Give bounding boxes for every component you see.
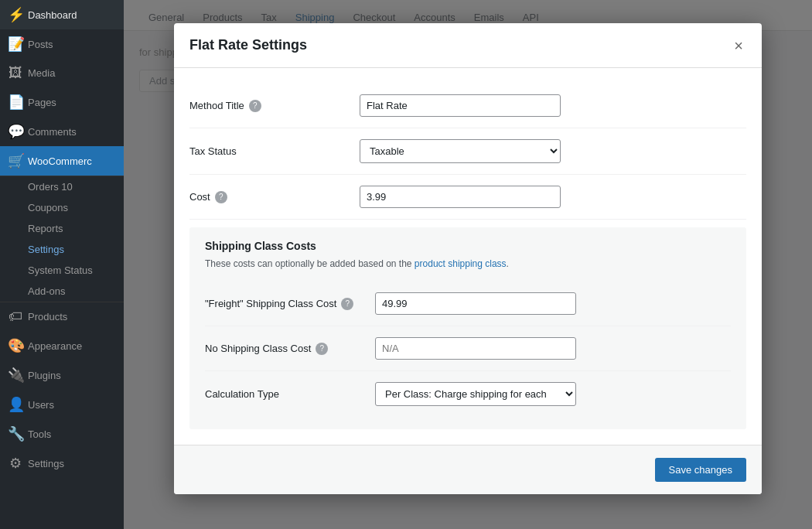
calculation-type-row: Calculation Type Per Class: Charge shipp… <box>205 371 731 417</box>
cost-input[interactable] <box>360 186 561 208</box>
sidebar-item-orders[interactable]: Orders 10 <box>0 176 124 197</box>
method-title-input[interactable] <box>360 94 561 117</box>
calculation-type-select[interactable]: Per Class: Charge shipping for each Per … <box>375 382 576 406</box>
product-shipping-class-link[interactable]: product shipping class <box>415 258 507 269</box>
tax-status-row: Tax Status Taxable None <box>189 128 746 175</box>
cost-row: Cost ? <box>189 175 746 220</box>
method-title-control <box>360 94 746 117</box>
sidebar-item-settings[interactable]: Settings <box>0 239 124 260</box>
method-title-help-icon[interactable]: ? <box>249 100 261 112</box>
pages-icon: 📄 <box>8 94 23 111</box>
freight-cost-input[interactable] <box>375 292 576 315</box>
main-content: General Products Tax Shipping Checkout A… <box>124 0 812 529</box>
sidebar-item-media[interactable]: 🖼 Media <box>0 59 124 87</box>
flat-rate-settings-modal: Flat Rate Settings × Method Title ? <box>174 23 762 494</box>
shipping-class-title: Shipping Class Costs <box>205 240 731 252</box>
comments-icon: 💬 <box>8 123 23 140</box>
no-class-cost-row: No Shipping Class Cost ? <box>205 326 731 371</box>
modal-header: Flat Rate Settings × <box>174 23 762 68</box>
save-changes-button[interactable]: Save changes <box>655 458 746 482</box>
tax-status-control: Taxable None <box>360 139 746 163</box>
tools-icon: 🔧 <box>8 425 23 442</box>
dashboard-icon: ⚡ <box>8 6 23 23</box>
shipping-class-desc: These costs can optionally be added base… <box>205 258 731 269</box>
method-title-label: Method Title ? <box>189 100 360 112</box>
calculation-type-label: Calculation Type <box>205 388 375 400</box>
no-class-help-icon[interactable]: ? <box>316 343 328 355</box>
cost-label: Cost ? <box>189 191 360 203</box>
sidebar-item-pages[interactable]: 📄 Pages <box>0 87 124 117</box>
cost-help-icon[interactable]: ? <box>215 191 227 203</box>
bottom-nav: 🏷 Products 🎨 Appearance 🔌 Plugins 👤 User… <box>0 302 124 478</box>
sidebar-item-settings-main[interactable]: ⚙ Settings <box>0 449 124 478</box>
tax-status-label: Tax Status <box>189 145 360 157</box>
sidebar-item-coupons[interactable]: Coupons <box>0 197 124 218</box>
plugins-icon: 🔌 <box>8 367 23 384</box>
sidebar-item-dashboard[interactable]: ⚡ Dashboard <box>0 0 124 29</box>
users-icon: 👤 <box>8 396 23 413</box>
freight-cost-control <box>375 292 731 315</box>
posts-icon: 📝 <box>8 36 23 53</box>
sidebar-item-woocommerce[interactable]: 🛒 WooCommerc <box>0 146 124 176</box>
modal-body: Method Title ? Tax Status Taxable <box>174 68 762 445</box>
woocommerce-icon: 🛒 <box>8 152 23 169</box>
no-class-cost-label: No Shipping Class Cost ? <box>205 343 375 355</box>
sidebar-item-system-status[interactable]: System Status <box>0 260 124 281</box>
sidebar-item-reports[interactable]: Reports <box>0 218 124 239</box>
settings-icon: ⚙ <box>8 455 23 472</box>
no-class-cost-input[interactable] <box>375 337 576 360</box>
no-class-cost-control <box>375 337 731 360</box>
appearance-icon: 🎨 <box>8 337 23 354</box>
modal-footer: Save changes <box>174 445 762 494</box>
woo-submenu: Orders 10 Coupons Reports Settings Syste… <box>0 176 124 302</box>
freight-cost-row: "Freight" Shipping Class Cost ? <box>205 282 731 326</box>
sidebar-item-products[interactable]: 🏷 Products <box>0 302 124 331</box>
sidebar-item-comments[interactable]: 💬 Comments <box>0 117 124 146</box>
tax-status-select[interactable]: Taxable None <box>360 139 561 163</box>
sidebar-item-appearance[interactable]: 🎨 Appearance <box>0 331 124 360</box>
sidebar-item-posts[interactable]: 📝 Posts <box>0 29 124 59</box>
modal-overlay: Flat Rate Settings × Method Title ? <box>124 0 812 529</box>
calculation-type-control: Per Class: Charge shipping for each Per … <box>375 382 731 406</box>
freight-cost-label: "Freight" Shipping Class Cost ? <box>205 298 375 310</box>
modal-title: Flat Rate Settings <box>189 37 307 53</box>
cost-control <box>360 186 746 208</box>
freight-help-icon[interactable]: ? <box>341 298 353 310</box>
modal-close-button[interactable]: × <box>731 38 746 53</box>
products-icon: 🏷 <box>8 309 23 325</box>
media-icon: 🖼 <box>8 65 23 81</box>
sidebar-item-plugins[interactable]: 🔌 Plugins <box>0 360 124 390</box>
sidebar-item-addons[interactable]: Add-ons <box>0 281 124 302</box>
sidebar: ⚡ Dashboard 📝 Posts 🖼 Media 📄 Pages 💬 Co… <box>0 0 124 529</box>
sidebar-item-users[interactable]: 👤 Users <box>0 390 124 419</box>
sidebar-item-tools[interactable]: 🔧 Tools <box>0 419 124 449</box>
shipping-class-section: Shipping Class Costs These costs can opt… <box>189 227 746 429</box>
method-title-row: Method Title ? <box>189 84 746 128</box>
